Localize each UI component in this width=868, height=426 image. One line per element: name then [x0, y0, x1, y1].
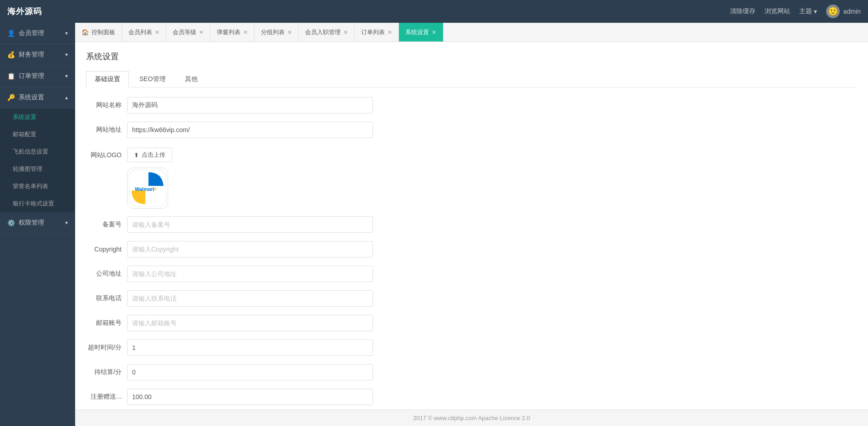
tab-close-member-onboard[interactable]: ✕: [343, 30, 348, 35]
pending-label: 待结算/分: [86, 368, 127, 376]
chevron-down-icon: ▾: [814, 8, 817, 15]
form-row-email: 邮箱账号: [86, 314, 496, 332]
sidebar-sub-item-email-config[interactable]: 邮箱配置: [0, 126, 75, 143]
sidebar-item-permission[interactable]: ⚙️ 权限管理 ▾: [0, 212, 75, 234]
main-layout: 👤 会员管理 ▾ 💰 财务管理 ▾ 📋 订单管理 ▾ 🔑 系统设置: [0, 23, 868, 426]
sidebar-sub-item-honor-list[interactable]: 荣誉名单列表: [0, 178, 75, 195]
address-label: 公司地址: [86, 270, 127, 278]
tab-member-list[interactable]: 会员列表 ✕: [122, 23, 166, 41]
sidebar-item-system[interactable]: 🔑 系统设置 ▴: [0, 87, 75, 108]
record-label: 备案号: [86, 221, 127, 229]
admin-avatar: 🙂: [826, 5, 840, 18]
svg-text:✳: ✳: [153, 186, 158, 192]
form-row-timeout: 超时时间/分: [86, 339, 496, 356]
gear-icon: ⚙️: [7, 219, 15, 226]
site-name-input[interactable]: [127, 97, 373, 113]
tab-close-popup-list[interactable]: ✕: [243, 30, 248, 35]
svg-text:Walmart: Walmart: [135, 186, 154, 192]
register-gift-label: 注册赠送...: [86, 393, 127, 401]
sidebar-item-member[interactable]: 👤 会员管理 ▾: [0, 23, 75, 44]
logo-area: ⬆ 点击上传: [127, 148, 172, 209]
form-row-copyright: Copyright: [86, 241, 496, 258]
clear-cache-btn[interactable]: 清除缓存: [730, 7, 756, 15]
form-section: 网站名称 网站地址 网站LOGO ⬆ 点击上传: [86, 97, 496, 405]
email-input[interactable]: [127, 315, 373, 331]
tab-member-level[interactable]: 会员等级 ✕: [166, 23, 210, 41]
app-logo: 海外源码: [7, 6, 42, 17]
chevron-down-icon: ▾: [65, 73, 68, 79]
form-row-register-gift: 注册赠送...: [86, 388, 496, 405]
page-title: 系统设置: [86, 51, 857, 62]
address-input[interactable]: [127, 266, 373, 282]
tab-order-list[interactable]: 订单列表 ✕: [355, 23, 399, 41]
timeout-label: 超时时间/分: [86, 344, 127, 352]
finance-icon: 💰: [7, 51, 15, 58]
user-icon: 👤: [7, 30, 15, 37]
tab-popup-list[interactable]: 弹窗列表 ✕: [210, 23, 255, 41]
pending-input[interactable]: [127, 364, 373, 380]
chevron-down-icon: ▾: [65, 220, 68, 226]
upload-logo-btn[interactable]: ⬆ 点击上传: [127, 148, 172, 162]
form-row-pending: 待结算/分: [86, 364, 496, 381]
timeout-input[interactable]: [127, 339, 373, 356]
tab-group-list[interactable]: 分组列表 ✕: [255, 23, 299, 41]
tab-system-settings[interactable]: 系统设置 ✕: [399, 23, 443, 41]
site-url-label: 网站地址: [86, 126, 127, 134]
header-right: 清除缓存 浏览网站 主题 ▾ 🙂 admin: [730, 5, 861, 18]
tab-close-order-list[interactable]: ✕: [388, 30, 392, 35]
admin-label: admin: [843, 8, 861, 15]
copyright-label: Copyright: [86, 246, 127, 253]
footer-text: 2017 © www.citphp.com Apache Licence 2.0: [413, 415, 530, 421]
upload-icon: ⬆: [134, 152, 139, 159]
register-gift-input[interactable]: [127, 389, 373, 405]
record-input[interactable]: [127, 216, 373, 233]
copyright-input[interactable]: [127, 241, 373, 257]
page-content: 系统设置 基础设置 SEO管理 其他 网站名称 网站地址: [75, 42, 868, 410]
tab-close-member-level[interactable]: ✕: [199, 30, 204, 35]
tab-dashboard[interactable]: 🏠 控制面板: [75, 23, 122, 41]
sidebar-item-order[interactable]: 📋 订单管理 ▾: [0, 66, 75, 87]
sidebar-sub-item-flight-info[interactable]: 飞机信息设置: [0, 143, 75, 160]
tab-close-group-list[interactable]: ✕: [287, 30, 292, 35]
sub-tab-other[interactable]: 其他: [176, 71, 206, 87]
site-name-label: 网站名称: [86, 101, 127, 109]
phone-input[interactable]: [127, 290, 373, 307]
site-url-input[interactable]: [127, 122, 373, 138]
admin-info[interactable]: 🙂 admin: [826, 5, 861, 18]
top-header: 海外源码 清除缓存 浏览网站 主题 ▾ 🙂 admin: [0, 0, 868, 23]
content-area: 🏠 控制面板 会员列表 ✕ 会员等级 ✕ 弹窗列表 ✕ 分组列表 ✕ 会员入职管…: [75, 23, 868, 426]
sidebar-sub-item-system-settings[interactable]: 系统设置: [0, 108, 75, 126]
sub-tabs: 基础设置 SEO管理 其他: [86, 71, 857, 87]
home-icon: 🏠: [82, 29, 89, 36]
chevron-down-icon: ▾: [65, 30, 68, 36]
form-row-record: 备案号: [86, 216, 496, 233]
form-row-site-name: 网站名称: [86, 97, 496, 114]
sub-tab-seo[interactable]: SEO管理: [131, 71, 174, 87]
logo-preview: Walmart ✳: [127, 168, 168, 209]
phone-label: 联系电话: [86, 294, 127, 303]
key-icon: 🔑: [7, 94, 15, 101]
sub-tab-basic[interactable]: 基础设置: [86, 71, 129, 87]
tab-close-system-settings[interactable]: ✕: [432, 30, 436, 35]
form-row-site-url: 网站地址: [86, 121, 496, 139]
sidebar-system-sub: 系统设置 邮箱配置 飞机信息设置 轮播图管理 荣誉名单列表 银行卡格式设置: [0, 108, 75, 212]
tab-member-onboard[interactable]: 会员入职管理 ✕: [299, 23, 355, 41]
theme-btn[interactable]: 主题 ▾: [799, 7, 817, 15]
chevron-up-icon: ▴: [65, 94, 68, 101]
sidebar-sub-item-carousel[interactable]: 轮播图管理: [0, 160, 75, 178]
tab-close-member-list[interactable]: ✕: [155, 30, 159, 35]
form-row-phone: 联系电话: [86, 290, 496, 307]
chevron-down-icon: ▾: [65, 51, 68, 58]
browse-site-btn[interactable]: 浏览网站: [765, 7, 790, 15]
tab-bar: 🏠 控制面板 会员列表 ✕ 会员等级 ✕ 弹窗列表 ✕ 分组列表 ✕ 会员入职管…: [75, 23, 868, 42]
form-row-address: 公司地址: [86, 265, 496, 282]
form-row-site-logo: 网站LOGO ⬆ 点击上传: [86, 146, 496, 209]
order-icon: 📋: [7, 72, 15, 80]
site-logo-label: 网站LOGO: [86, 148, 127, 159]
sidebar-sub-item-bank-format[interactable]: 银行卡格式设置: [0, 195, 75, 212]
sidebar: 👤 会员管理 ▾ 💰 财务管理 ▾ 📋 订单管理 ▾ 🔑 系统设置: [0, 23, 75, 426]
sidebar-item-finance[interactable]: 💰 财务管理 ▾: [0, 44, 75, 66]
page-footer: 2017 © www.citphp.com Apache Licence 2.0: [75, 410, 868, 426]
email-label: 邮箱账号: [86, 319, 127, 327]
